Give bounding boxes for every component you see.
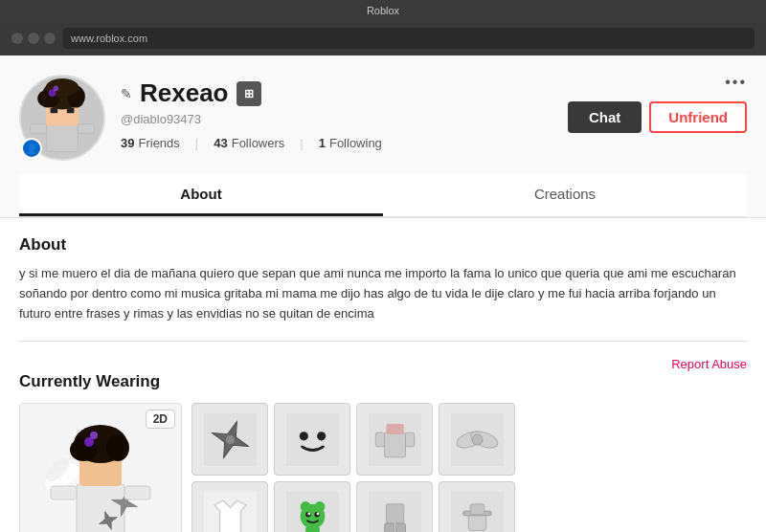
svg-rect-49	[305, 527, 320, 532]
wearing-item-5[interactable]	[192, 481, 268, 532]
wearing-item-1[interactable]	[192, 403, 268, 476]
svg-point-48	[314, 501, 325, 512]
about-title: About	[19, 235, 747, 255]
nav-circle-3	[44, 33, 56, 44]
following-stat[interactable]: 1 Following	[319, 136, 382, 150]
currently-wearing-section: Currently Wearing 2D	[19, 372, 747, 532]
wearing-item-2[interactable]	[274, 403, 350, 476]
svg-rect-24	[51, 486, 77, 499]
unfriend-button[interactable]: Unfriend	[649, 101, 747, 133]
followers-stat[interactable]: 43 Followers	[214, 136, 284, 150]
browser-title: Roblox	[367, 5, 399, 16]
section-divider	[19, 341, 747, 342]
followers-count: 43	[214, 136, 227, 150]
svg-rect-10	[67, 107, 75, 113]
wearing-items-grid	[192, 403, 515, 532]
item-torso-svg	[369, 413, 421, 466]
svg-point-17	[106, 434, 129, 461]
avatar-badge: 👤	[21, 138, 42, 159]
svg-rect-36	[375, 432, 384, 447]
svg-rect-13	[77, 484, 124, 532]
profile-header: 👤 ✎ Rexeao ⊞ @diablo93473 39 Friends |	[0, 55, 766, 218]
main-container: 👤 ✎ Rexeao ⊞ @diablo93473 39 Friends |	[0, 55, 766, 532]
svg-rect-25	[124, 486, 150, 499]
badge-icon: 👤	[26, 144, 37, 154]
svg-rect-9	[51, 107, 58, 113]
item-shuriken-svg	[204, 413, 257, 466]
svg-rect-37	[405, 432, 414, 447]
nav-controls	[11, 33, 56, 44]
following-count: 1	[319, 136, 326, 150]
about-section: About y si me muero el dia de mañana qui…	[19, 235, 747, 323]
edit-icon[interactable]: ✎	[121, 86, 132, 101]
friends-label: Friends	[138, 136, 179, 150]
item-green-svg	[286, 492, 339, 532]
currently-wearing-title: Currently Wearing	[19, 372, 747, 391]
tab-about[interactable]: About	[19, 174, 383, 216]
divider-1: |	[195, 136, 198, 150]
browser-bar: Roblox	[0, 0, 766, 21]
tab-creations[interactable]: Creations	[383, 174, 747, 216]
report-row: Report Abuse	[19, 355, 747, 372]
nav-circle-1	[11, 33, 23, 44]
wearing-2d-badge: 2D	[146, 410, 175, 429]
friends-count: 39	[121, 136, 134, 150]
svg-rect-31	[286, 413, 339, 466]
friends-stat[interactable]: 39 Friends	[121, 136, 180, 150]
about-text: y si me muero el dia de mañana quiero qu…	[19, 264, 747, 323]
item-accessory-svg	[451, 413, 504, 466]
svg-point-19	[90, 432, 98, 439]
tabs-row: About Creations	[19, 174, 747, 217]
verified-icon: ⊞	[237, 81, 261, 106]
item-hat-svg	[451, 492, 504, 532]
svg-point-32	[299, 432, 307, 440]
item-face-svg	[286, 413, 339, 466]
followers-label: Followers	[232, 136, 285, 150]
svg-point-42	[472, 434, 483, 445]
divider-2: |	[300, 136, 303, 150]
svg-rect-35	[384, 432, 405, 457]
wearing-grid: 2D	[19, 403, 747, 532]
svg-point-47	[300, 501, 310, 512]
svg-rect-56	[384, 523, 394, 532]
svg-rect-57	[395, 523, 405, 532]
svg-point-52	[307, 512, 310, 515]
svg-rect-11	[31, 124, 47, 134]
item-pants-svg	[369, 492, 421, 532]
wearing-item-7[interactable]	[356, 481, 433, 532]
wearing-item-4[interactable]	[439, 403, 515, 476]
wearing-item-3[interactable]	[356, 403, 433, 476]
svg-rect-38	[386, 424, 403, 434]
wearing-item-6[interactable]	[274, 481, 350, 532]
chat-button[interactable]: Chat	[568, 101, 642, 133]
item-tshirt-svg	[204, 492, 257, 532]
wearing-item-8[interactable]	[439, 481, 515, 532]
content-area: About y si me muero el dia de mañana qui…	[0, 218, 766, 532]
url-text: www.roblox.com	[71, 33, 147, 44]
svg-rect-55	[386, 504, 403, 523]
svg-point-8	[53, 86, 58, 92]
nav-bar: www.roblox.com	[0, 21, 766, 55]
stats-row: 39 Friends | 43 Followers | 1 Following	[121, 136, 747, 150]
svg-point-53	[316, 512, 319, 515]
svg-rect-1	[47, 124, 78, 152]
nav-circle-2	[28, 33, 39, 44]
svg-rect-61	[470, 504, 484, 515]
profile-top: 👤 ✎ Rexeao ⊞ @diablo93473 39 Friends |	[19, 75, 747, 174]
url-bar[interactable]: www.roblox.com	[63, 28, 755, 49]
svg-rect-12	[78, 124, 94, 134]
more-options-button[interactable]: •••	[725, 75, 747, 90]
svg-point-33	[317, 432, 326, 440]
profile-actions: ••• Chat Unfriend	[568, 75, 747, 133]
username: Rexeao	[140, 78, 229, 108]
wearing-main-view: 2D	[19, 403, 182, 532]
avatar-wrapper: 👤	[19, 75, 105, 161]
report-abuse-link[interactable]: Report Abuse	[671, 357, 747, 371]
following-label: Following	[329, 136, 382, 150]
action-buttons: Chat Unfriend	[568, 101, 747, 133]
